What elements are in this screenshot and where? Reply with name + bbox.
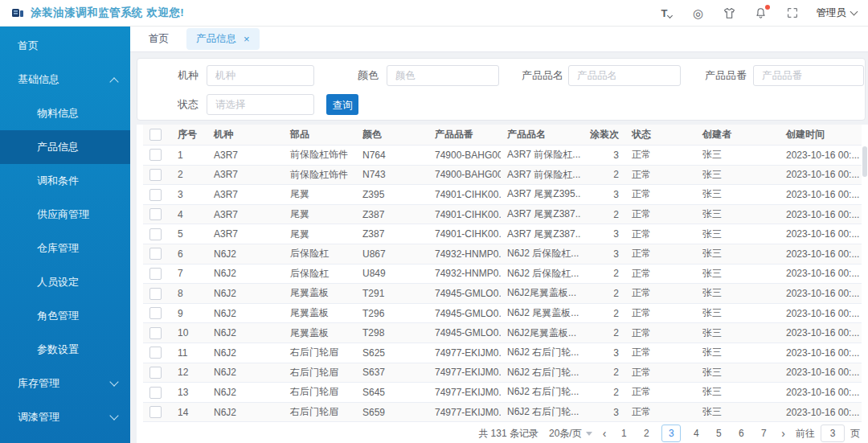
table-header-row: 序号机种部品颜色产品品番产品品名涂装次状态创建者创建时间: [143, 125, 862, 146]
table-row[interactable]: 10N6J2尾翼盖板T29874945-GMLO0...N6J2尾翼盖板...2…: [143, 323, 862, 343]
row-checkbox[interactable]: [149, 169, 162, 181]
help-icon[interactable]: ◎: [691, 6, 706, 20]
chevron-up-icon: [109, 77, 118, 86]
sidebar-item[interactable]: 首页: [0, 29, 130, 63]
status-select[interactable]: [207, 94, 314, 115]
sidebar-item[interactable]: 人员设定: [0, 265, 130, 299]
cell-status: 正常: [625, 343, 696, 363]
color-input[interactable]: [387, 65, 499, 86]
cell-product_name: A3R7 尾翼Z387...: [501, 204, 581, 224]
sidebar-item[interactable]: 库存管理: [0, 367, 130, 400]
cell-product_no: 74945-GMLO0...: [428, 303, 501, 323]
table-row[interactable]: 8N6J2尾翼盖板T29174945-GMLO0...N6J2尾翼盖板...2正…: [143, 284, 862, 304]
page-number[interactable]: 5: [711, 425, 726, 441]
sidebar-item[interactable]: 仓库管理: [0, 232, 130, 265]
tab-product-info[interactable]: 产品信息 ×: [186, 28, 260, 50]
cell-index: 5: [171, 224, 207, 244]
row-checkbox[interactable]: [149, 307, 162, 319]
column-header-status: 状态: [625, 125, 696, 146]
table-row[interactable]: 13N6J2右后门轮眉S64574977-EKIJM0...N6J2 右后门轮.…: [143, 383, 862, 403]
row-checkbox[interactable]: [149, 228, 162, 240]
next-page-button[interactable]: ›: [781, 428, 785, 439]
cell-product_name: N6J2 右后门轮...: [501, 383, 581, 403]
main-content: 首页 产品信息 × 机种 颜色 产品品名 产品品番 状态 查询 序号机种部品颜色…: [130, 27, 868, 443]
search-button[interactable]: 查询: [326, 94, 358, 115]
notification-bell-icon[interactable]: [754, 6, 768, 20]
tab-close-icon[interactable]: ×: [244, 34, 250, 44]
row-checkbox[interactable]: [149, 347, 162, 359]
sidebar-item[interactable]: 物料信息: [0, 96, 130, 130]
table-row[interactable]: 3A3R7尾翼Z39574901-CIHK00...A3R7 尾翼Z395...…: [143, 185, 862, 205]
table-row[interactable]: 11N6J2右后门轮眉S62574977-EKIJM0...N6J2 右后门轮.…: [143, 343, 862, 363]
product-no-input[interactable]: [753, 65, 864, 86]
sidebar-item-label: 物料信息: [37, 106, 79, 121]
table-row[interactable]: 2A3R7前保险杠饰件N74374900-BAHG00...A3R7 前保险杠.…: [143, 165, 862, 185]
column-header-color: 颜色: [356, 125, 428, 146]
cell-index: 11: [171, 343, 207, 363]
page-number[interactable]: 4: [689, 425, 703, 441]
sidebar-item[interactable]: 调和条件: [0, 164, 130, 198]
cell-part: 右后门轮眉: [284, 343, 356, 363]
cell-color: T298: [356, 323, 428, 343]
app-logo: [11, 6, 24, 19]
page-number[interactable]: 7: [756, 425, 771, 441]
page-number[interactable]: 3: [661, 425, 681, 442]
fullscreen-icon[interactable]: [785, 6, 800, 20]
cell-creator: 张三: [696, 402, 780, 422]
cell-model: A3R7: [207, 224, 284, 244]
sidebar-item[interactable]: 供应商管理: [0, 198, 130, 232]
sidebar-item[interactable]: 调漆管理: [0, 400, 130, 434]
row-checkbox[interactable]: [149, 189, 162, 201]
row-checkbox[interactable]: [149, 367, 162, 379]
table-row[interactable]: 9N6J2尾翼盖板T29674945-GMLO0...N6J2 尾翼盖板...2…: [143, 303, 862, 323]
table-row[interactable]: 4A3R7尾翼Z38774901-CIHK00...A3R7 尾翼Z387...…: [143, 204, 862, 224]
theme-shirt-icon[interactable]: [723, 6, 737, 20]
prev-page-button[interactable]: ‹: [603, 428, 607, 439]
page-size-select[interactable]: 20条/页: [549, 427, 592, 441]
cell-creator: 张三: [696, 185, 780, 205]
sidebar-item[interactable]: 参数设置: [0, 333, 130, 367]
sidebar-item[interactable]: 产品信息: [0, 130, 130, 164]
row-checkbox[interactable]: [149, 208, 162, 220]
row-checkbox[interactable]: [149, 406, 162, 418]
row-checkbox[interactable]: [149, 327, 162, 339]
row-checkbox[interactable]: [149, 387, 162, 399]
row-checkbox[interactable]: [149, 248, 162, 260]
cell-index: 3: [171, 185, 207, 205]
cell-color: Z395: [356, 185, 428, 205]
cell-creator: 张三: [696, 343, 780, 363]
table-row[interactable]: 12N6J2右后门轮眉S63774977-EKIJM0...N6J2 右后门轮.…: [143, 363, 862, 383]
page-number[interactable]: 6: [734, 425, 748, 441]
sidebar-item-label: 基础信息: [18, 72, 59, 87]
table-row[interactable]: 7N6J2后保险杠U84974932-HNMP0...N6J2 后保险杠...2…: [143, 264, 862, 284]
table-row[interactable]: 6N6J2后保险杠U86774932-HNMP0...N6J2 后保险杠...3…: [143, 244, 862, 264]
cell-coat_times: 2: [581, 323, 625, 343]
machine-type-input[interactable]: [207, 65, 314, 86]
translate-icon[interactable]: T: [660, 6, 674, 20]
cell-product_no: 74945-GMLO0...: [428, 284, 501, 304]
select-all-checkbox[interactable]: [149, 129, 162, 141]
goto-input[interactable]: [821, 425, 845, 442]
pagination: 共 131 条记录 20条/页 ‹ 1234567 › 前往 页: [478, 425, 860, 442]
cell-model: A3R7: [207, 185, 284, 205]
cell-coat_times: 3: [581, 244, 625, 264]
table-row[interactable]: 1A3R7前保险杠饰件N76474900-BAHG00...A3R7 前保险杠.…: [143, 146, 862, 166]
product-name-input[interactable]: [568, 65, 681, 86]
page-number[interactable]: 1: [616, 425, 631, 441]
table-row[interactable]: 14N6J2右后门轮眉S65974977-EKIJM0...N6J2 右后门轮.…: [143, 402, 862, 422]
sidebar-item[interactable]: 角色管理: [0, 299, 130, 333]
row-checkbox[interactable]: [149, 149, 162, 161]
table-row[interactable]: 5A3R7尾翼Z38774901-CIHK00...A3R7 尾翼Z387...…: [143, 224, 862, 244]
page-number[interactable]: 2: [639, 425, 653, 441]
cell-part: 右后门轮眉: [284, 402, 356, 422]
sidebar-item[interactable]: 基础信息: [0, 63, 130, 96]
sidebar-item-label: 角色管理: [37, 309, 79, 323]
cell-part: 后保险杠: [284, 264, 356, 284]
row-checkbox[interactable]: [149, 288, 162, 300]
user-menu[interactable]: 管理员: [817, 6, 858, 20]
cell-status: 正常: [625, 284, 696, 304]
tab-home[interactable]: 首页: [149, 32, 169, 46]
cell-product_name: A3R7 前保险杠...: [501, 146, 581, 166]
table-scrollbar[interactable]: [862, 146, 867, 177]
row-checkbox[interactable]: [149, 268, 162, 280]
